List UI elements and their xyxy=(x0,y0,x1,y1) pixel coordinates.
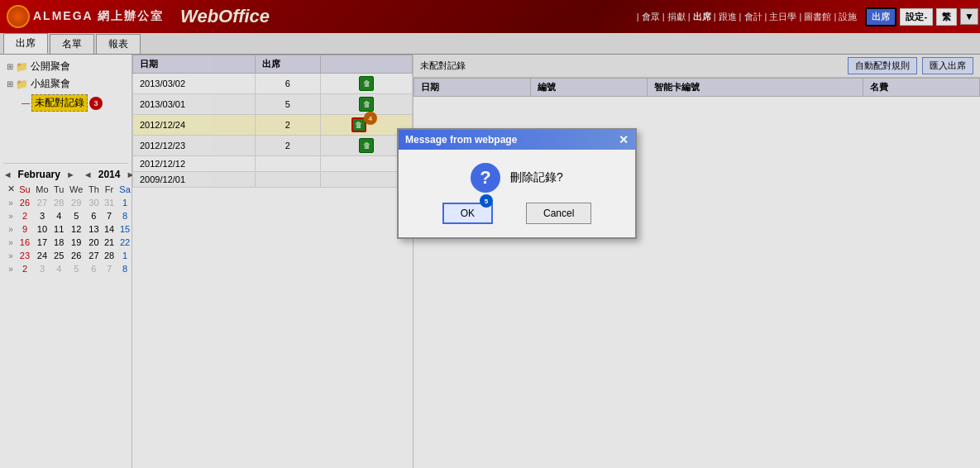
dialog-cancel-btn[interactable]: Cancel xyxy=(526,203,591,224)
dialog-body: ? 刪除記錄? OK 5 Cancel xyxy=(399,150,635,237)
dialog-title-text: Message from webpage xyxy=(405,134,517,146)
dialog-buttons: OK 5 Cancel xyxy=(442,203,592,224)
dialog-message-text: 刪除記錄? xyxy=(510,170,563,185)
dialog-title-bar: Message from webpage ✕ xyxy=(399,130,635,150)
dialog-message-area: ? 刪除記錄? xyxy=(471,163,563,193)
badge-5: 5 xyxy=(480,194,493,208)
question-icon: ? xyxy=(471,163,500,193)
message-dialog: Message from webpage ✕ ? 刪除記錄? OK 5 Canc… xyxy=(397,128,637,239)
dialog-overlay: Message from webpage ✕ ? 刪除記錄? OK 5 Canc… xyxy=(0,0,980,468)
dialog-close-btn[interactable]: ✕ xyxy=(619,133,629,146)
